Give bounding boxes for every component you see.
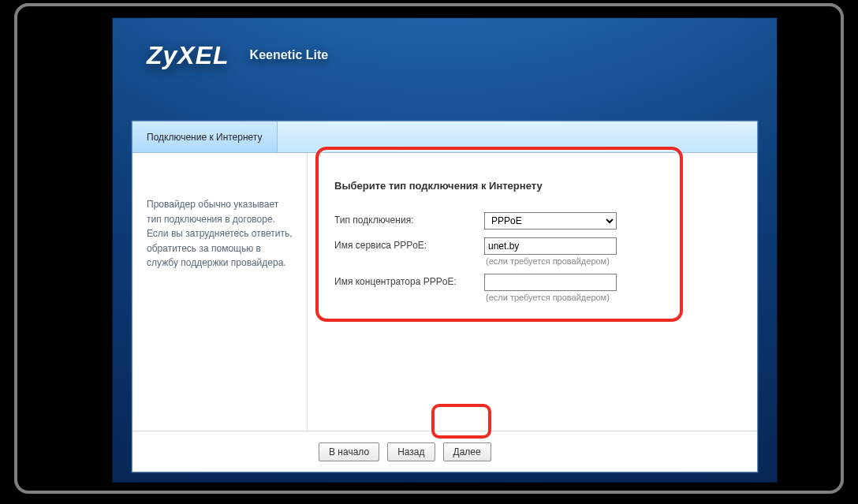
row-pppoe-service: Имя сервиса PPPoE: (если требуется прова… — [334, 237, 733, 266]
header: ZyXEL Keenetic Lite — [112, 17, 778, 93]
tab-label: Подключение к Интернету — [147, 132, 263, 143]
brand-logo: ZyXEL — [147, 41, 229, 70]
tabs: Подключение к Интернету — [132, 121, 757, 153]
back-button[interactable]: Назад — [387, 442, 435, 461]
pppoe-concentrator-input[interactable] — [484, 274, 617, 291]
panel-body: Провайдер обычно указывает тип подключен… — [132, 153, 757, 431]
connection-type-select[interactable]: PPPoE — [484, 212, 617, 230]
label-connection-type: Тип подключения: — [334, 212, 484, 226]
wizard-panel: Подключение к Интернету Провайдер обычно… — [132, 121, 757, 472]
router-admin-window: ZyXEL Keenetic Lite Подключение к Интерн… — [112, 17, 778, 483]
hint-pppoe-service: (если требуется провайдером) — [486, 256, 617, 266]
pppoe-service-input[interactable] — [484, 237, 617, 255]
label-pppoe-concentrator: Имя концентратора PPPoE: — [334, 274, 484, 287]
tab-internet-connection[interactable]: Подключение к Интернету — [132, 121, 278, 152]
label-pppoe-service: Имя сервиса PPPoE: — [334, 237, 484, 251]
screenshot-frame: ZyXEL Keenetic Lite Подключение к Интерн… — [14, 3, 844, 494]
section-title: Выберите тип подключения к Интернету — [334, 180, 733, 192]
help-text: Провайдер обычно указывает тип подключен… — [147, 197, 293, 271]
sidebar-help: Провайдер обычно указывает тип подключен… — [132, 153, 308, 431]
row-connection-type: Тип подключения: PPPoE — [334, 212, 733, 230]
wizard-content: Выберите тип подключения к Интернету Тип… — [308, 153, 757, 431]
wizard-footer: В начало Назад Далее — [132, 431, 757, 472]
next-button[interactable]: Далее — [443, 442, 491, 461]
hint-pppoe-concentrator: (если требуется провайдером) — [486, 293, 617, 302]
model-name: Keenetic Lite — [250, 48, 329, 62]
home-button[interactable]: В начало — [319, 442, 379, 461]
row-pppoe-concentrator: Имя концентратора PPPoE: (если требуется… — [334, 274, 733, 302]
